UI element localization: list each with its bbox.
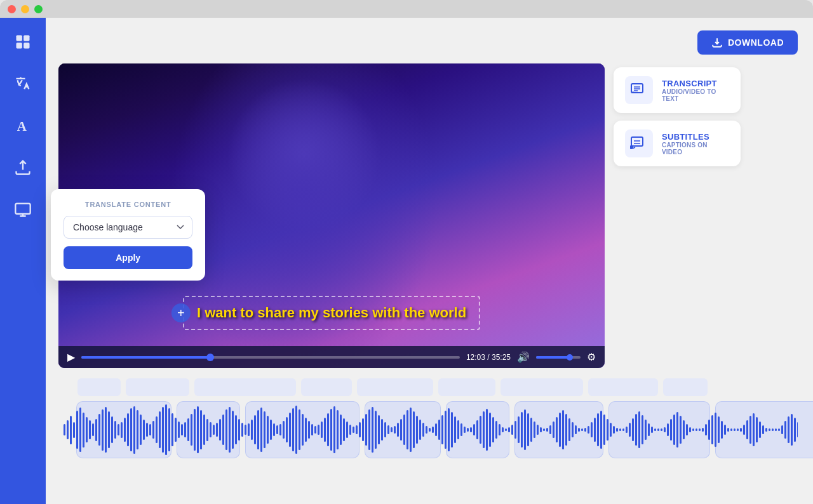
waveform-bar [448,408,450,451]
segment-block[interactable] [357,378,433,396]
settings-icon[interactable]: ⚙ [587,351,596,363]
waveform-bar [638,411,640,448]
caption-add-button[interactable]: + [171,303,191,322]
waveform-bar [299,409,300,450]
segment-block[interactable] [438,378,495,396]
minimize-button[interactable] [21,5,29,13]
sidebar-item-grid[interactable] [11,30,34,53]
top-bar: DOWNLOAD [58,30,798,55]
transcript-card[interactable]: " TRANSCRIPT AUDIO/VIDEO TO TEXT [614,67,741,113]
waveform-bar [143,420,145,440]
waveform-bar [286,417,288,442]
waveform-bar [483,411,485,448]
play-button[interactable]: ▶ [67,351,75,363]
close-button[interactable] [8,5,16,13]
sidebar-item-text[interactable]: A [11,114,34,137]
waveform-bar [756,417,758,442]
sidebar-item-upload[interactable] [11,156,34,179]
waveform-bar [95,419,97,441]
subtitles-icon-bg [625,129,653,157]
waveform-bar [534,421,535,438]
waveform-bar [171,413,173,446]
waveform-bar [746,420,748,439]
subtitles-subtitle: CAPTIONS ON VIDEO [662,142,729,156]
waveform-bar [397,423,399,437]
waveform-bar [387,425,389,434]
waveform-bar [562,410,564,449]
subtitles-title: SUBTITLES [662,132,729,142]
waveform-bar [568,418,570,441]
waveform-bar [324,418,326,442]
waveform-bar [730,428,732,431]
waveform-bar [546,428,548,432]
waveform-bar [635,414,637,446]
waveform-bar [219,419,221,441]
subtitles-card-text: SUBTITLES CAPTIONS ON VIDEO [662,132,729,156]
volume-icon[interactable]: 🔊 [517,351,530,363]
waveform-bar [749,416,751,444]
waveform-bar [743,425,745,435]
waveform-bar [279,424,281,435]
segment-block[interactable] [126,378,189,396]
waveform-bar [530,418,532,442]
waveform-bar [715,413,716,447]
language-select[interactable]: Choose language English Spanish French G… [64,216,192,239]
segment-block[interactable] [301,378,352,396]
waveform-bar [772,428,774,431]
segment-block[interactable] [77,378,121,396]
waveform-bar [470,427,472,432]
waveform-bar [86,417,88,442]
waveform-bar [333,406,335,453]
waveform-bar [648,423,650,436]
segment-block[interactable] [663,378,708,396]
waveform-bar [137,410,138,449]
volume-bar[interactable] [536,356,581,359]
waveform-bar [184,422,186,437]
waveform-bar [105,407,107,453]
waveform-bar [594,418,596,442]
waveform-bar [508,427,510,432]
segment-block[interactable] [588,378,658,396]
svg-rect-1 [24,36,29,41]
svg-text:": " [631,90,634,98]
waveform-bar [353,427,354,433]
timeline-section [58,378,798,491]
waveform-bar [689,427,691,432]
progress-bar[interactable] [81,356,460,359]
waveform-bar [642,415,643,444]
download-button[interactable]: DOWNLOAD [697,30,798,55]
subtitles-card[interactable]: SUBTITLES CAPTIONS ON VIDEO [614,121,741,166]
waveform-bar [289,413,291,447]
waveform-bar [514,421,516,439]
maximize-button[interactable] [34,5,43,13]
waveform-bar [680,416,682,444]
waveform-bar [98,414,100,446]
waveform-bar [486,409,488,451]
waveform-bar [76,411,78,449]
waveform-bar [232,411,234,449]
waveform-bar [108,411,110,448]
apply-button[interactable]: Apply [64,246,192,269]
sidebar-item-screen[interactable] [11,198,34,221]
waveform-bar [372,407,373,453]
waveform-bar [362,418,364,441]
waveform-bar [102,409,104,451]
waveform-bar [368,409,370,450]
waveform-bar [575,425,577,434]
segment-block[interactable] [501,378,583,396]
waveform-bar [619,428,621,431]
waveform-bar [429,428,431,432]
waveform-bar [403,414,405,445]
waveform-bar [400,419,402,441]
progress-handle[interactable] [206,354,214,361]
volume-handle[interactable] [567,354,573,361]
waveform-bar [337,410,339,449]
waveform-bar [664,427,666,432]
timeline-row-1 [58,378,798,396]
sidebar-item-translate[interactable] [11,72,34,95]
segment-block[interactable] [194,378,296,396]
waveform-bar [556,417,558,442]
waveform-bar [511,425,513,435]
waveform-bar [692,428,694,431]
waveform-bar [165,404,167,455]
